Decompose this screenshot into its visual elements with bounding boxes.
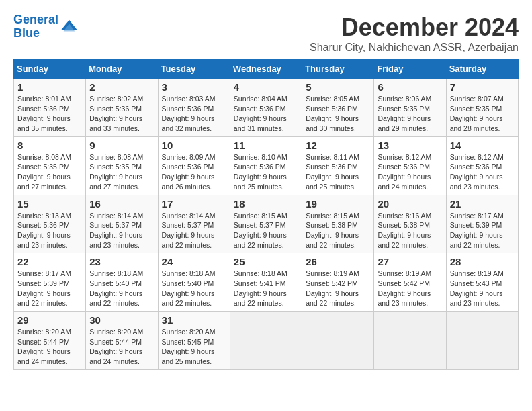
calendar-cell: 28Sunrise: 8:19 AMSunset: 5:43 PMDayligh…	[446, 253, 518, 312]
day-number: 11	[234, 140, 298, 151]
day-number: 22	[17, 256, 82, 267]
week-row-4: 22Sunrise: 8:17 AMSunset: 5:39 PMDayligh…	[14, 253, 519, 312]
day-info: Sunrise: 8:16 AMSunset: 5:38 PMDaylight:…	[378, 212, 431, 249]
day-info: Sunrise: 8:19 AMSunset: 5:42 PMDaylight:…	[306, 269, 359, 307]
calendar-table: SundayMondayTuesdayWednesdayThursdayFrid…	[13, 59, 519, 370]
calendar-cell: 26Sunrise: 8:19 AMSunset: 5:42 PMDayligh…	[302, 253, 374, 312]
page-header: GeneralBlue December 2024 Sharur City, N…	[13, 13, 519, 54]
day-number: 17	[162, 198, 226, 210]
day-number: 23	[89, 256, 154, 267]
day-number: 4	[234, 81, 298, 93]
day-info: Sunrise: 8:08 AMSunset: 5:35 PMDaylight:…	[89, 153, 143, 191]
day-info: Sunrise: 8:14 AMSunset: 5:37 PMDaylight:…	[162, 212, 216, 249]
day-number: 30	[89, 314, 154, 326]
calendar-cell: 16Sunrise: 8:14 AMSunset: 5:37 PMDayligh…	[86, 195, 158, 253]
calendar-cell: 29Sunrise: 8:20 AMSunset: 5:44 PMDayligh…	[14, 312, 86, 370]
calendar-cell: 13Sunrise: 8:12 AMSunset: 5:36 PMDayligh…	[374, 136, 446, 195]
day-number: 19	[306, 198, 370, 210]
calendar-cell: 14Sunrise: 8:12 AMSunset: 5:36 PMDayligh…	[446, 136, 518, 195]
calendar-cell	[446, 312, 518, 370]
calendar-cell: 19Sunrise: 8:15 AMSunset: 5:38 PMDayligh…	[302, 195, 374, 253]
week-row-3: 15Sunrise: 8:13 AMSunset: 5:36 PMDayligh…	[14, 195, 519, 253]
day-number: 7	[450, 81, 515, 93]
calendar-cell	[302, 312, 374, 370]
main-title: December 2024	[310, 13, 519, 42]
header-monday: Monday	[86, 60, 158, 79]
day-number: 10	[162, 140, 226, 151]
header-friday: Friday	[374, 60, 446, 79]
day-info: Sunrise: 8:06 AMSunset: 5:35 PMDaylight:…	[378, 95, 431, 132]
title-block: December 2024 Sharur City, Nakhichevan A…	[310, 13, 519, 54]
day-info: Sunrise: 8:18 AMSunset: 5:40 PMDaylight:…	[89, 269, 143, 307]
day-info: Sunrise: 8:02 AMSunset: 5:36 PMDaylight:…	[89, 95, 143, 132]
day-number: 15	[17, 198, 82, 210]
calendar-cell: 30Sunrise: 8:20 AMSunset: 5:44 PMDayligh…	[86, 312, 158, 370]
week-row-1: 1Sunrise: 8:01 AMSunset: 5:36 PMDaylight…	[14, 79, 519, 137]
day-number: 13	[378, 140, 442, 151]
day-info: Sunrise: 8:15 AMSunset: 5:38 PMDaylight:…	[306, 212, 359, 249]
day-number: 12	[306, 140, 370, 151]
calendar-cell: 20Sunrise: 8:16 AMSunset: 5:38 PMDayligh…	[374, 195, 446, 253]
day-info: Sunrise: 8:10 AMSunset: 5:36 PMDaylight:…	[234, 153, 287, 191]
day-info: Sunrise: 8:20 AMSunset: 5:44 PMDaylight:…	[89, 328, 143, 365]
day-info: Sunrise: 8:04 AMSunset: 5:36 PMDaylight:…	[234, 95, 287, 132]
calendar-cell: 31Sunrise: 8:20 AMSunset: 5:45 PMDayligh…	[158, 312, 230, 370]
calendar-cell: 23Sunrise: 8:18 AMSunset: 5:40 PMDayligh…	[86, 253, 158, 312]
day-info: Sunrise: 8:11 AMSunset: 5:36 PMDaylight:…	[306, 153, 359, 191]
day-info: Sunrise: 8:08 AMSunset: 5:35 PMDaylight:…	[17, 153, 71, 191]
day-info: Sunrise: 8:09 AMSunset: 5:36 PMDaylight:…	[162, 153, 216, 191]
calendar-cell: 27Sunrise: 8:19 AMSunset: 5:42 PMDayligh…	[374, 253, 446, 312]
day-number: 16	[89, 198, 154, 210]
day-number: 1	[17, 81, 82, 93]
day-number: 26	[306, 256, 370, 267]
day-info: Sunrise: 8:17 AMSunset: 5:39 PMDaylight:…	[450, 212, 504, 249]
calendar-cell: 9Sunrise: 8:08 AMSunset: 5:35 PMDaylight…	[86, 136, 158, 195]
day-number: 28	[450, 256, 515, 267]
day-info: Sunrise: 8:03 AMSunset: 5:36 PMDaylight:…	[162, 95, 216, 132]
day-number: 27	[378, 256, 442, 267]
day-info: Sunrise: 8:05 AMSunset: 5:36 PMDaylight:…	[306, 95, 359, 132]
day-info: Sunrise: 8:19 AMSunset: 5:43 PMDaylight:…	[450, 269, 504, 307]
calendar-cell: 3Sunrise: 8:03 AMSunset: 5:36 PMDaylight…	[158, 79, 230, 137]
logo-icon	[60, 17, 79, 36]
day-number: 5	[306, 81, 370, 93]
day-info: Sunrise: 8:07 AMSunset: 5:35 PMDaylight:…	[450, 95, 504, 132]
day-info: Sunrise: 8:12 AMSunset: 5:36 PMDaylight:…	[450, 153, 504, 191]
day-info: Sunrise: 8:18 AMSunset: 5:40 PMDaylight:…	[162, 269, 216, 307]
day-info: Sunrise: 8:13 AMSunset: 5:36 PMDaylight:…	[17, 212, 71, 249]
day-info: Sunrise: 8:14 AMSunset: 5:37 PMDaylight:…	[89, 212, 143, 249]
calendar-cell: 4Sunrise: 8:04 AMSunset: 5:36 PMDaylight…	[230, 79, 302, 137]
day-number: 20	[378, 198, 442, 210]
day-number: 24	[162, 256, 226, 267]
calendar-cell	[230, 312, 302, 370]
calendar-cell: 21Sunrise: 8:17 AMSunset: 5:39 PMDayligh…	[446, 195, 518, 253]
day-number: 2	[89, 81, 154, 93]
calendar-body: 1Sunrise: 8:01 AMSunset: 5:36 PMDaylight…	[14, 79, 519, 370]
calendar-cell: 18Sunrise: 8:15 AMSunset: 5:37 PMDayligh…	[230, 195, 302, 253]
calendar-cell: 7Sunrise: 8:07 AMSunset: 5:35 PMDaylight…	[446, 79, 518, 137]
calendar-cell: 17Sunrise: 8:14 AMSunset: 5:37 PMDayligh…	[158, 195, 230, 253]
day-info: Sunrise: 8:18 AMSunset: 5:41 PMDaylight:…	[234, 269, 287, 307]
calendar-cell: 25Sunrise: 8:18 AMSunset: 5:41 PMDayligh…	[230, 253, 302, 312]
subtitle: Sharur City, Nakhichevan ASSR, Azerbaija…	[310, 42, 519, 54]
week-row-2: 8Sunrise: 8:08 AMSunset: 5:35 PMDaylight…	[14, 136, 519, 195]
day-number: 25	[234, 256, 298, 267]
day-number: 18	[234, 198, 298, 210]
calendar-cell: 15Sunrise: 8:13 AMSunset: 5:36 PMDayligh…	[14, 195, 86, 253]
header-wednesday: Wednesday	[230, 60, 302, 79]
calendar-header-row: SundayMondayTuesdayWednesdayThursdayFrid…	[14, 60, 519, 79]
day-info: Sunrise: 8:20 AMSunset: 5:44 PMDaylight:…	[17, 328, 71, 365]
day-number: 31	[162, 314, 226, 326]
calendar-cell: 5Sunrise: 8:05 AMSunset: 5:36 PMDaylight…	[302, 79, 374, 137]
calendar-cell: 8Sunrise: 8:08 AMSunset: 5:35 PMDaylight…	[14, 136, 86, 195]
day-info: Sunrise: 8:19 AMSunset: 5:42 PMDaylight:…	[378, 269, 431, 307]
calendar-cell: 24Sunrise: 8:18 AMSunset: 5:40 PMDayligh…	[158, 253, 230, 312]
header-thursday: Thursday	[302, 60, 374, 79]
logo: GeneralBlue	[13, 13, 79, 40]
calendar-cell: 11Sunrise: 8:10 AMSunset: 5:36 PMDayligh…	[230, 136, 302, 195]
day-number: 9	[89, 140, 154, 151]
week-row-5: 29Sunrise: 8:20 AMSunset: 5:44 PMDayligh…	[14, 312, 519, 370]
day-info: Sunrise: 8:01 AMSunset: 5:36 PMDaylight:…	[17, 95, 71, 132]
day-number: 14	[450, 140, 515, 151]
header-sunday: Sunday	[14, 60, 86, 79]
